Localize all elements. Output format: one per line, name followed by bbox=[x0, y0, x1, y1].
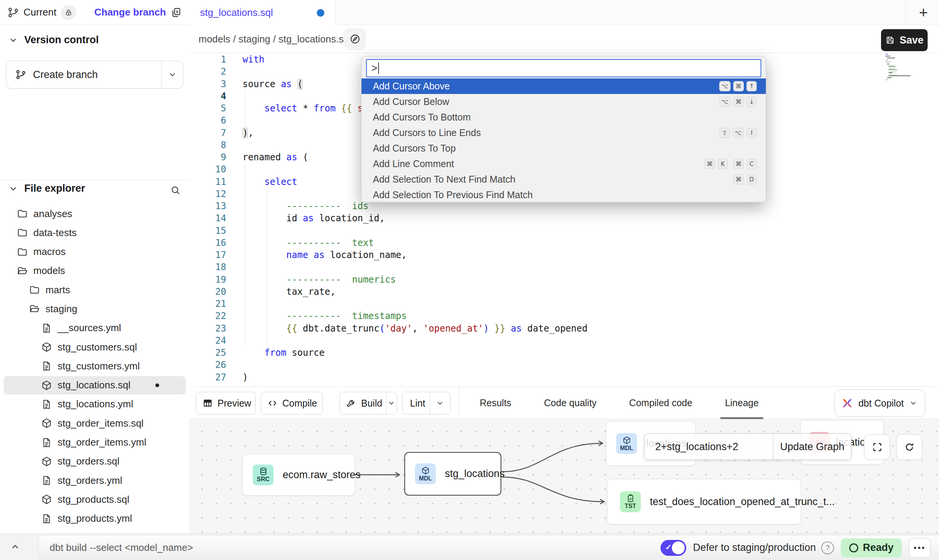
model-cube-icon bbox=[41, 494, 52, 505]
lint-dropdown[interactable] bbox=[430, 392, 450, 414]
palette-item[interactable]: Add Cursors To Top bbox=[362, 141, 766, 156]
command-query: > bbox=[371, 63, 377, 74]
code-line[interactable]: 16 ---------- text bbox=[189, 237, 939, 249]
tree-item[interactable]: stg_products.yml bbox=[4, 510, 186, 528]
palette-item[interactable]: Add Cursor Above⌥⌘↑ bbox=[362, 78, 766, 94]
code-text: renamed as ( bbox=[243, 151, 308, 163]
build-dropdown[interactable] bbox=[386, 392, 397, 414]
tree-item[interactable]: __sources.yml bbox=[4, 319, 186, 337]
tab-lineage[interactable]: Lineage bbox=[725, 387, 759, 419]
editor-minimap[interactable] bbox=[886, 54, 915, 99]
lint-button[interactable]: Lint bbox=[402, 392, 451, 415]
code-line[interactable]: 17 name as location_name, bbox=[189, 249, 939, 261]
code-line[interactable]: 27) bbox=[189, 371, 939, 383]
tree-item[interactable]: stg_products.sql bbox=[4, 490, 186, 508]
tab-compiled-code[interactable]: Compiled code bbox=[629, 387, 692, 419]
command-palette-input[interactable]: > bbox=[366, 59, 761, 77]
git-branch-icon bbox=[16, 69, 26, 80]
keycap: ↓ bbox=[747, 97, 757, 107]
code-line[interactable]: 24 bbox=[189, 335, 939, 347]
line-number: 23 bbox=[189, 322, 226, 335]
palette-item[interactable]: Add Cursor Below⌥⌘↓ bbox=[362, 94, 766, 109]
tree-item[interactable]: stg_orders.sql bbox=[4, 452, 186, 471]
preview-button[interactable]: Preview bbox=[196, 392, 256, 415]
unsaved-dot-icon bbox=[317, 9, 324, 17]
code-line[interactable]: 25 from source bbox=[189, 347, 939, 359]
tab-results[interactable]: Results bbox=[480, 387, 511, 419]
tree-item[interactable]: stg_customers.yml bbox=[4, 357, 186, 375]
tab-bar: + stg_locations.sql bbox=[189, 0, 939, 25]
palette-item-label: Add Line Comment bbox=[373, 158, 454, 169]
palette-item[interactable]: Add Cursors to Line Ends⇧⌥I bbox=[362, 125, 766, 141]
tree-item[interactable]: stg_order_items.yml bbox=[4, 433, 186, 452]
code-line[interactable]: 15 bbox=[189, 225, 939, 237]
lineage-node-stg-locations[interactable]: MDL stg_locations bbox=[404, 452, 501, 496]
tree-item[interactable]: stg_locations.sql bbox=[4, 376, 186, 394]
more-options-button[interactable]: ••• bbox=[909, 538, 931, 558]
tree-item[interactable]: data-tests bbox=[4, 224, 186, 242]
node-label: stg_locations bbox=[445, 468, 505, 480]
palette-item[interactable]: Add Cursors To Bottom bbox=[362, 109, 766, 125]
code-line[interactable]: 22 ---------- timestamps bbox=[189, 310, 939, 322]
tab-code-quality[interactable]: Code quality bbox=[544, 387, 596, 419]
refresh-button[interactable] bbox=[896, 434, 922, 460]
version-control-header[interactable]: Version control bbox=[8, 34, 99, 46]
document-icon bbox=[41, 322, 52, 334]
keycap: ⌘ bbox=[733, 97, 744, 107]
update-graph-button[interactable]: Update Graph bbox=[773, 441, 851, 453]
tree-item[interactable]: stg_order_items.sql bbox=[4, 414, 186, 432]
code-line[interactable]: 21 bbox=[189, 298, 939, 310]
code-line[interactable]: 19 ---------- numerics bbox=[189, 274, 939, 286]
cli-command[interactable]: dbt build --select <model_name> bbox=[50, 542, 193, 554]
change-branch-link[interactable]: Change branch bbox=[94, 6, 166, 18]
collapse-console-button[interactable] bbox=[10, 541, 20, 552]
line-number: 10 bbox=[189, 163, 226, 175]
tree-item[interactable]: analyses bbox=[4, 205, 186, 223]
lineage-selector-input[interactable]: 2+stg_locations+2 bbox=[645, 441, 773, 453]
docs-compass-button[interactable] bbox=[344, 28, 366, 50]
new-tab-button[interactable]: + bbox=[914, 3, 933, 22]
code-line[interactable]: 18 bbox=[189, 261, 939, 273]
compile-button[interactable]: Compile bbox=[261, 392, 323, 415]
lineage-node-test[interactable]: TST test_does_location_opened_at_trunc_t… bbox=[607, 479, 801, 524]
code-line[interactable]: 14 id as location_id, bbox=[189, 212, 939, 224]
search-icon[interactable] bbox=[170, 185, 181, 196]
line-number: 12 bbox=[189, 188, 226, 200]
code-line[interactable]: 20 tax_rate, bbox=[189, 286, 939, 298]
code-line[interactable]: 23 {{ dbt.date_trunc('day', 'opened_at')… bbox=[189, 322, 939, 335]
lineage-canvas[interactable]: SRC ecom.raw_stores MDL stg_locations MD… bbox=[189, 419, 939, 533]
tree-item[interactable]: stg_locations.yml bbox=[4, 395, 186, 413]
palette-item-label: Add Cursors To Top bbox=[373, 143, 456, 154]
help-icon[interactable]: ? bbox=[821, 541, 834, 554]
tree-item[interactable]: marts bbox=[4, 281, 186, 299]
line-number: 16 bbox=[189, 237, 226, 249]
defer-toggle[interactable]: ✓ bbox=[660, 540, 686, 556]
palette-item[interactable]: Add Selection To Next Find Match⌘D bbox=[362, 172, 766, 187]
fullscreen-button[interactable] bbox=[864, 434, 890, 460]
create-branch-dropdown[interactable] bbox=[162, 61, 183, 88]
tree-item[interactable]: stg_orders.yml bbox=[4, 471, 186, 490]
tree-item[interactable]: models bbox=[4, 262, 186, 280]
console-panel: dbt build --select <model_name> ✓ Defer … bbox=[38, 535, 939, 560]
copy-icon[interactable] bbox=[171, 7, 182, 18]
palette-item[interactable]: Add Selection To Previous Find Match bbox=[362, 187, 766, 202]
line-number: 19 bbox=[189, 274, 226, 286]
build-button[interactable]: Build bbox=[340, 392, 397, 415]
palette-item[interactable]: Add Line Comment⌘K⌘C bbox=[362, 156, 766, 172]
lineage-node-source[interactable]: SRC ecom.raw_stores bbox=[243, 454, 355, 496]
tree-item[interactable]: stg_customers.sql bbox=[4, 338, 186, 356]
save-button[interactable]: Save bbox=[881, 29, 928, 51]
code-text: ---------- numerics bbox=[243, 274, 396, 286]
dbt-copilot-button[interactable]: dbt Copilot bbox=[834, 389, 925, 417]
file-tree: analysesdata-testsmacrosmodelsmartsstagi… bbox=[0, 205, 189, 529]
tab-stg-locations[interactable]: stg_locations.sql bbox=[189, 0, 335, 25]
tree-item-label: stg_products.yml bbox=[58, 513, 132, 524]
create-branch-button[interactable]: Create branch bbox=[6, 61, 183, 89]
keycap: ⌘ bbox=[704, 159, 715, 169]
document-icon bbox=[41, 475, 52, 486]
status-badge: Ready bbox=[841, 538, 902, 557]
tree-item[interactable]: staging bbox=[4, 300, 186, 318]
code-line[interactable]: 26 bbox=[189, 359, 939, 371]
file-explorer-header[interactable]: File explorer bbox=[8, 183, 85, 194]
tree-item[interactable]: macros bbox=[4, 243, 186, 261]
